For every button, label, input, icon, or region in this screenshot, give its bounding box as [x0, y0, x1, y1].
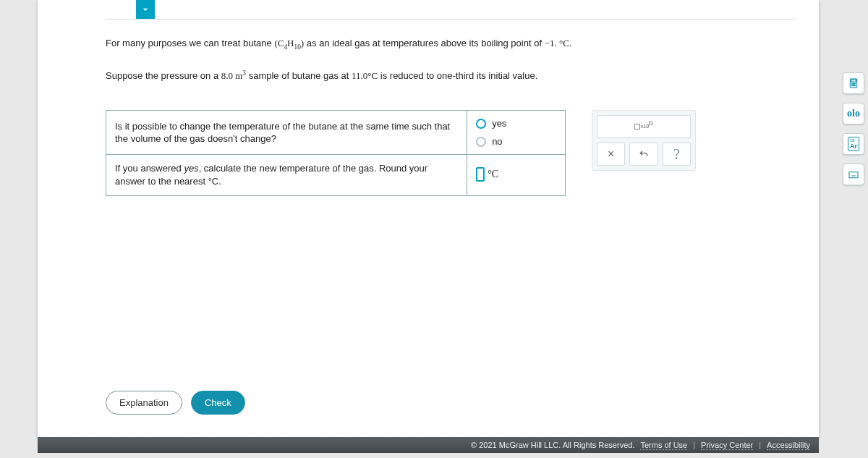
collapse-section-button[interactable] — [136, 0, 155, 19]
q2-prompt: If you answered yes, calculate the new t… — [106, 155, 467, 195]
radio-label: no — [492, 136, 502, 147]
radio-label: yes — [492, 118, 506, 129]
text: For many purposes we can treat butane — [106, 38, 274, 48]
radio-icon — [476, 137, 486, 147]
text: as an ideal gas at temperatures above it… — [307, 38, 545, 48]
accessibility-link[interactable]: Accessibility — [767, 441, 810, 450]
scientific-notation-icon: x10 — [634, 124, 653, 130]
question-mark-icon: ? — [673, 146, 680, 163]
copyright-text: © 2021 McGraw Hill LLC. All Rights Reser… — [471, 441, 634, 449]
bottom-bar: Explanation Check — [106, 391, 796, 415]
clear-button[interactable]: × — [597, 143, 625, 166]
scientific-notation-button[interactable]: x10 — [597, 115, 691, 138]
temperature-value: 11.0°C — [352, 70, 378, 81]
radio-no[interactable]: no — [476, 136, 556, 147]
chemical-formula: (C4H10) — [274, 38, 304, 48]
data-icon: olo — [847, 108, 860, 119]
boiling-point: −1. °C — [545, 38, 569, 48]
terms-link[interactable]: Terms of Use — [640, 441, 687, 450]
text: sample of butane gas at — [249, 70, 352, 81]
page-frame: For many purposes we can treat butane (C… — [38, 0, 819, 438]
problem-line-1: For many purposes we can treat butane (C… — [106, 36, 796, 52]
table-row: If you answered yes, calculate the new t… — [106, 155, 566, 195]
check-button[interactable]: Check — [191, 391, 245, 415]
svg-point-3 — [853, 83, 854, 84]
keyboard-tool-button[interactable] — [843, 164, 864, 185]
periodic-table-button[interactable]: 18 Ar — [843, 133, 864, 155]
help-button[interactable]: ? — [663, 143, 691, 166]
data-tool-button[interactable]: olo — [843, 103, 864, 124]
calculator-icon — [848, 77, 859, 89]
q2-answer-cell: °C — [467, 155, 566, 195]
svg-point-2 — [851, 83, 852, 84]
svg-rect-8 — [849, 172, 858, 178]
svg-point-4 — [854, 83, 855, 84]
undo-button[interactable] — [629, 143, 658, 166]
svg-rect-1 — [851, 80, 856, 82]
calculator-tool-button[interactable] — [843, 72, 864, 94]
chevron-down-icon — [140, 4, 151, 15]
answer-toolbox: x10 × ? — [592, 110, 696, 171]
question-area: Is it possible to change the temperature… — [106, 110, 796, 195]
q1-answer-cell: yes no — [467, 111, 566, 155]
divider — [106, 19, 796, 20]
problem-content: For many purposes we can treat butane (C… — [106, 36, 796, 196]
svg-point-5 — [851, 85, 852, 86]
undo-icon — [638, 148, 650, 160]
tools-sidebar: olo 18 Ar — [839, 72, 868, 185]
privacy-link[interactable]: Privacy Center — [701, 441, 753, 450]
volume-value: 8.0 m3 — [221, 70, 246, 81]
footer: © 2021 McGraw Hill LLC. All Rights Reser… — [38, 437, 819, 453]
q1-prompt: Is it possible to change the temperature… — [106, 111, 467, 155]
svg-point-7 — [854, 85, 855, 86]
radio-icon — [476, 119, 486, 129]
unit-label: °C — [488, 169, 498, 180]
temperature-input[interactable]: °C — [476, 167, 498, 182]
question-table: Is it possible to change the temperature… — [106, 110, 566, 195]
svg-point-6 — [853, 85, 854, 86]
explanation-button[interactable]: Explanation — [106, 391, 182, 415]
problem-line-2: Suppose the pressure on a 8.0 m3 sample … — [106, 68, 796, 83]
text: Suppose the pressure on a — [106, 70, 221, 81]
element-icon: 18 Ar — [848, 137, 859, 151]
close-icon: × — [608, 148, 614, 161]
text: is reduced to one-third its initial valu… — [380, 70, 538, 81]
radio-yes[interactable]: yes — [476, 118, 556, 129]
table-row: Is it possible to change the temperature… — [106, 111, 566, 155]
input-box-icon — [476, 167, 485, 182]
keyboard-icon — [848, 169, 859, 180]
